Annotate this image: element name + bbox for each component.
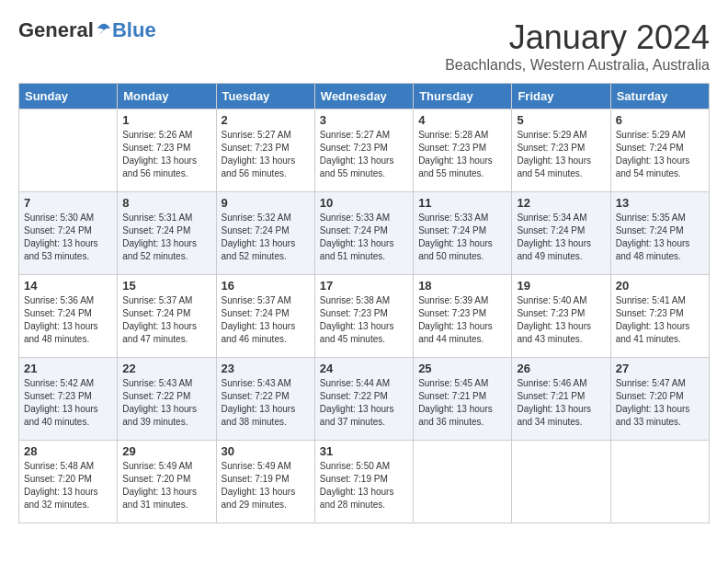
calendar-week-1: 1Sunrise: 5:26 AM Sunset: 7:23 PM Daylig… (19, 109, 710, 192)
calendar-cell: 21Sunrise: 5:42 AM Sunset: 7:23 PM Dayli… (19, 358, 118, 441)
day-number: 30 (222, 444, 310, 458)
day-info: Sunrise: 5:27 AM Sunset: 7:23 PM Dayligh… (222, 129, 310, 180)
calendar-cell: 1Sunrise: 5:26 AM Sunset: 7:23 PM Daylig… (118, 109, 216, 192)
day-number: 2 (222, 113, 310, 127)
location-subtitle: Beachlands, Western Australia, Australia (445, 57, 710, 74)
day-info: Sunrise: 5:35 AM Sunset: 7:24 PM Dayligh… (616, 212, 704, 263)
weekday-header-wednesday: Wednesday (314, 84, 413, 109)
calendar-cell: 31Sunrise: 5:50 AM Sunset: 7:19 PM Dayli… (314, 441, 413, 523)
calendar-cell (512, 441, 610, 523)
calendar-cell: 16Sunrise: 5:37 AM Sunset: 7:24 PM Dayli… (216, 275, 314, 358)
calendar-cell: 26Sunrise: 5:46 AM Sunset: 7:21 PM Dayli… (512, 358, 610, 441)
calendar-week-4: 21Sunrise: 5:42 AM Sunset: 7:23 PM Dayli… (19, 358, 710, 441)
calendar-cell: 29Sunrise: 5:49 AM Sunset: 7:20 PM Dayli… (118, 441, 216, 523)
calendar-cell: 19Sunrise: 5:40 AM Sunset: 7:23 PM Dayli… (512, 275, 610, 358)
day-number: 7 (24, 196, 112, 210)
day-number: 4 (418, 113, 506, 127)
day-info: Sunrise: 5:37 AM Sunset: 7:24 PM Dayligh… (122, 294, 210, 346)
day-number: 22 (122, 362, 210, 375)
day-number: 5 (517, 113, 605, 127)
calendar-cell: 18Sunrise: 5:39 AM Sunset: 7:23 PM Dayli… (414, 275, 512, 358)
calendar-cell: 24Sunrise: 5:44 AM Sunset: 7:22 PM Dayli… (314, 358, 413, 441)
day-number: 15 (122, 279, 210, 293)
weekday-header-saturday: Saturday (610, 84, 709, 109)
calendar-cell: 4Sunrise: 5:28 AM Sunset: 7:23 PM Daylig… (414, 109, 512, 192)
day-info: Sunrise: 5:43 AM Sunset: 7:22 PM Dayligh… (222, 377, 310, 429)
calendar-cell: 30Sunrise: 5:49 AM Sunset: 7:19 PM Dayli… (216, 441, 314, 523)
day-number: 19 (517, 279, 605, 293)
calendar-cell: 3Sunrise: 5:27 AM Sunset: 7:23 PM Daylig… (314, 109, 413, 192)
day-info: Sunrise: 5:33 AM Sunset: 7:24 PM Dayligh… (418, 212, 506, 263)
calendar-cell: 8Sunrise: 5:31 AM Sunset: 7:24 PM Daylig… (118, 192, 216, 275)
day-info: Sunrise: 5:38 AM Sunset: 7:23 PM Dayligh… (320, 294, 408, 346)
title-section: January 2024 Beachlands, Western Austral… (445, 18, 710, 74)
day-info: Sunrise: 5:47 AM Sunset: 7:20 PM Dayligh… (616, 377, 704, 429)
day-info: Sunrise: 5:48 AM Sunset: 7:20 PM Dayligh… (24, 460, 112, 511)
calendar-week-3: 14Sunrise: 5:36 AM Sunset: 7:24 PM Dayli… (19, 275, 710, 358)
weekday-header-tuesday: Tuesday (216, 84, 314, 109)
day-number: 3 (320, 113, 408, 127)
day-info: Sunrise: 5:39 AM Sunset: 7:23 PM Dayligh… (418, 294, 506, 346)
calendar-cell: 14Sunrise: 5:36 AM Sunset: 7:24 PM Dayli… (19, 275, 118, 358)
day-number: 21 (24, 362, 112, 375)
calendar-cell: 7Sunrise: 5:30 AM Sunset: 7:24 PM Daylig… (19, 192, 118, 275)
day-number: 13 (616, 196, 704, 210)
day-number: 11 (418, 196, 506, 210)
day-number: 16 (222, 279, 310, 293)
calendar-cell: 17Sunrise: 5:38 AM Sunset: 7:23 PM Dayli… (314, 275, 413, 358)
logo-blue: Blue (112, 18, 156, 42)
day-number: 10 (320, 196, 408, 210)
day-number: 17 (320, 279, 408, 293)
calendar-cell: 6Sunrise: 5:29 AM Sunset: 7:24 PM Daylig… (610, 109, 709, 192)
day-info: Sunrise: 5:43 AM Sunset: 7:22 PM Dayligh… (122, 377, 210, 429)
day-info: Sunrise: 5:40 AM Sunset: 7:23 PM Dayligh… (517, 294, 605, 346)
day-number: 18 (418, 279, 506, 293)
calendar-cell: 12Sunrise: 5:34 AM Sunset: 7:24 PM Dayli… (512, 192, 610, 275)
weekday-header-row: SundayMondayTuesdayWednesdayThursdayFrid… (19, 84, 710, 109)
day-number: 31 (320, 444, 408, 458)
month-title: January 2024 (445, 18, 710, 57)
day-info: Sunrise: 5:33 AM Sunset: 7:24 PM Dayligh… (320, 212, 408, 263)
day-info: Sunrise: 5:36 AM Sunset: 7:24 PM Dayligh… (24, 294, 112, 346)
day-number: 26 (517, 362, 605, 375)
weekday-header-thursday: Thursday (414, 84, 512, 109)
calendar-cell: 11Sunrise: 5:33 AM Sunset: 7:24 PM Dayli… (414, 192, 512, 275)
day-info: Sunrise: 5:49 AM Sunset: 7:20 PM Dayligh… (122, 460, 210, 511)
calendar-cell: 10Sunrise: 5:33 AM Sunset: 7:24 PM Dayli… (314, 192, 413, 275)
day-number: 25 (418, 362, 506, 375)
day-number: 1 (122, 113, 210, 127)
calendar-cell: 28Sunrise: 5:48 AM Sunset: 7:20 PM Dayli… (19, 441, 118, 523)
calendar-cell: 27Sunrise: 5:47 AM Sunset: 7:20 PM Dayli… (610, 358, 709, 441)
logo: General Blue (18, 18, 156, 42)
day-info: Sunrise: 5:29 AM Sunset: 7:24 PM Dayligh… (616, 129, 704, 180)
day-info: Sunrise: 5:30 AM Sunset: 7:24 PM Dayligh… (24, 212, 112, 263)
calendar-table: SundayMondayTuesdayWednesdayThursdayFrid… (18, 83, 710, 523)
day-info: Sunrise: 5:32 AM Sunset: 7:24 PM Dayligh… (222, 212, 310, 263)
day-number: 14 (24, 279, 112, 293)
page-header: General Blue January 2024 Beachlands, We… (18, 18, 710, 74)
calendar-week-2: 7Sunrise: 5:30 AM Sunset: 7:24 PM Daylig… (19, 192, 710, 275)
calendar-cell: 22Sunrise: 5:43 AM Sunset: 7:22 PM Dayli… (118, 358, 216, 441)
weekday-header-sunday: Sunday (19, 84, 118, 109)
day-number: 23 (222, 362, 310, 375)
day-info: Sunrise: 5:28 AM Sunset: 7:23 PM Dayligh… (418, 129, 506, 180)
calendar-cell: 9Sunrise: 5:32 AM Sunset: 7:24 PM Daylig… (216, 192, 314, 275)
day-info: Sunrise: 5:29 AM Sunset: 7:23 PM Dayligh… (517, 129, 605, 180)
day-info: Sunrise: 5:42 AM Sunset: 7:23 PM Dayligh… (24, 377, 112, 429)
day-info: Sunrise: 5:27 AM Sunset: 7:23 PM Dayligh… (320, 129, 408, 180)
day-number: 29 (122, 444, 210, 458)
calendar-cell: 5Sunrise: 5:29 AM Sunset: 7:23 PM Daylig… (512, 109, 610, 192)
day-number: 27 (616, 362, 704, 375)
logo-bird-icon (96, 22, 112, 39)
weekday-header-friday: Friday (512, 84, 610, 109)
day-number: 24 (320, 362, 408, 375)
day-number: 12 (517, 196, 605, 210)
day-info: Sunrise: 5:31 AM Sunset: 7:24 PM Dayligh… (122, 212, 210, 263)
day-number: 6 (616, 113, 704, 127)
calendar-cell: 13Sunrise: 5:35 AM Sunset: 7:24 PM Dayli… (610, 192, 709, 275)
day-info: Sunrise: 5:46 AM Sunset: 7:21 PM Dayligh… (517, 377, 605, 429)
calendar-cell (414, 441, 512, 523)
calendar-cell (19, 109, 118, 192)
day-info: Sunrise: 5:45 AM Sunset: 7:21 PM Dayligh… (418, 377, 506, 429)
day-info: Sunrise: 5:44 AM Sunset: 7:22 PM Dayligh… (320, 377, 408, 429)
